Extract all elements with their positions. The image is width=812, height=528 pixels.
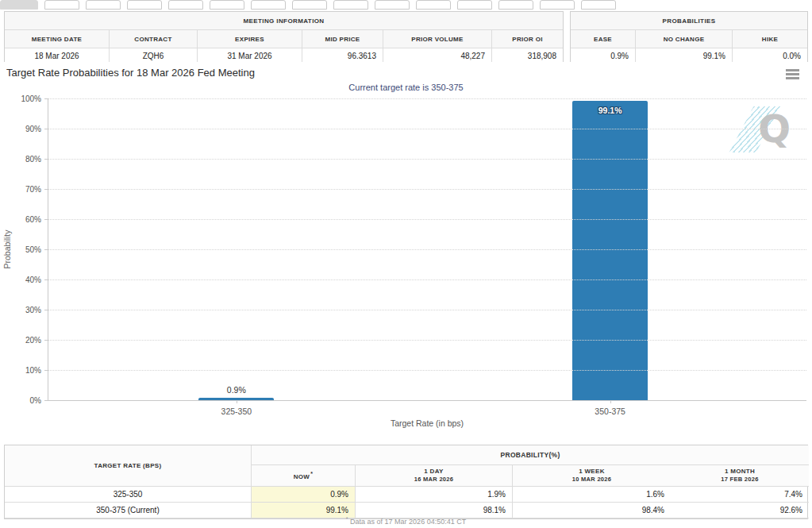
ease-header: EASE xyxy=(571,30,636,48)
gridline xyxy=(48,129,806,129)
y-tick-label: 10% xyxy=(25,366,41,375)
expires-header: EXPIRES xyxy=(198,30,302,48)
data-as-of-note: * Data as of 17 Mar 2026 04:50:41 CT xyxy=(0,516,812,526)
probabilities-panel: PROBABILITIES EASE NO CHANGE HIKE 0.9% 9… xyxy=(570,11,808,64)
y-tick-label: 20% xyxy=(25,336,41,345)
tab[interactable] xyxy=(86,0,121,10)
y-tick-label: 80% xyxy=(25,155,41,164)
tab[interactable] xyxy=(44,0,79,10)
probabilities-title: PROBABILITIES xyxy=(571,12,807,30)
hamburger-menu-icon[interactable] xyxy=(786,69,799,81)
y-tick-mark xyxy=(44,189,48,190)
mid-price-header: MID PRICE xyxy=(302,30,383,48)
y-tick-label: 50% xyxy=(25,245,41,254)
x-tick-label: 325-350 xyxy=(221,407,252,416)
tab[interactable] xyxy=(333,0,368,10)
chart-section: Target Rate Probabilities for 18 Mar 202… xyxy=(0,62,812,443)
meeting-information-panel: MEETING INFORMATION MEETING DATE CONTRAC… xyxy=(4,11,564,64)
y-tick-mark xyxy=(44,159,48,160)
meeting-date-header: MEETING DATE xyxy=(5,30,110,48)
y-tick-mark xyxy=(44,98,48,99)
footnote-marker: * xyxy=(346,516,348,522)
footnote-text: Data as of 17 Mar 2026 04:50:41 CT xyxy=(350,518,466,526)
y-tick-mark xyxy=(44,129,48,129)
row-325-350-1day: 1.9% xyxy=(356,487,513,503)
tab-active[interactable] xyxy=(0,0,38,10)
target-rate-header: TARGET RATE (BPS) xyxy=(5,445,252,487)
row-325-350-rate: 325-350 xyxy=(5,487,252,503)
chart-subtitle: Current target rate is 350-375 xyxy=(0,83,812,92)
probability-history-table: TARGET RATE (BPS) PROBABILITY(%) NOW* 1 … xyxy=(4,445,808,519)
y-tick-label: 30% xyxy=(25,306,41,314)
tab[interactable] xyxy=(168,0,203,10)
gridline xyxy=(48,310,806,310)
x-tick-mark xyxy=(610,400,611,403)
contract-header: CONTRACT xyxy=(110,30,198,48)
gridline xyxy=(48,370,806,371)
chart-title: Target Rate Probabilities for 18 Mar 202… xyxy=(6,67,255,79)
y-tick-label: 60% xyxy=(25,215,41,224)
prior-oi-header: PRIOR OI xyxy=(492,30,563,48)
bar-value-label: 99.1% xyxy=(598,106,622,115)
x-tick-mark xyxy=(237,400,237,403)
tab[interactable] xyxy=(210,0,244,10)
top-tables: MEETING INFORMATION MEETING DATE CONTRAC… xyxy=(4,11,808,64)
y-tick-label: 100% xyxy=(21,94,41,103)
tab[interactable] xyxy=(375,0,410,10)
y-tick-mark xyxy=(44,370,48,371)
y-tick-label: 40% xyxy=(25,276,41,284)
row-325-350-1week: 1.6% xyxy=(513,487,671,503)
now-footnote-marker: * xyxy=(310,471,313,476)
gridline xyxy=(48,219,806,220)
fedwatch-page: MEETING INFORMATION MEETING DATE CONTRAC… xyxy=(0,0,812,528)
meeting-information-title: MEETING INFORMATION xyxy=(5,12,563,30)
gridline xyxy=(48,249,806,250)
y-axis-title: Probability xyxy=(2,222,12,277)
gridline xyxy=(48,340,806,341)
one-day-column-header: 1 DAY 16 MAR 2026 xyxy=(356,465,513,487)
tab-strip xyxy=(0,0,812,7)
y-tick-mark xyxy=(44,340,48,341)
y-tick-label: 0% xyxy=(30,396,41,405)
tab[interactable] xyxy=(416,0,451,10)
y-tick-label: 70% xyxy=(25,185,41,194)
bar-350-375[interactable] xyxy=(572,101,648,400)
tab[interactable] xyxy=(540,0,575,10)
gridline xyxy=(48,159,806,160)
y-tick-mark xyxy=(44,279,48,280)
x-tick-label: 350-375 xyxy=(595,407,625,416)
tab[interactable] xyxy=(251,0,286,10)
gridline xyxy=(48,98,806,99)
no-change-header: NO CHANGE xyxy=(636,30,733,48)
tab[interactable] xyxy=(498,0,533,10)
y-tick-label: 90% xyxy=(25,125,41,133)
one-week-column-header: 1 WEEK 10 MAR 2026 xyxy=(513,465,671,487)
plot-area: 0.9% 99.1% 325-350 350-375 Q 0%10%20%30%… xyxy=(48,98,806,401)
hike-header: HIKE xyxy=(733,30,807,48)
row-325-350-1month: 7.4% xyxy=(671,487,809,503)
y-tick-mark xyxy=(44,400,48,401)
y-tick-mark xyxy=(44,219,48,220)
bar-value-label: 0.9% xyxy=(227,385,246,395)
tab[interactable] xyxy=(127,0,162,10)
one-month-column-header: 1 MONTH 17 FEB 2026 xyxy=(671,465,809,487)
tab[interactable] xyxy=(581,0,616,10)
tab[interactable] xyxy=(292,0,327,10)
tab[interactable] xyxy=(457,0,492,10)
y-tick-mark xyxy=(44,310,48,310)
x-axis-title: Target Rate (in bps) xyxy=(48,418,806,428)
y-tick-mark xyxy=(44,249,48,250)
gridline xyxy=(48,279,806,280)
prior-volume-header: PRIOR VOLUME xyxy=(383,30,492,48)
now-column-header: NOW* xyxy=(252,465,356,487)
quikstrike-watermark-icon: Q xyxy=(741,105,792,156)
gridline xyxy=(48,189,806,190)
probability-group-header: PROBABILITY(%) xyxy=(252,445,809,465)
row-325-350-now: 0.9% xyxy=(252,487,356,503)
